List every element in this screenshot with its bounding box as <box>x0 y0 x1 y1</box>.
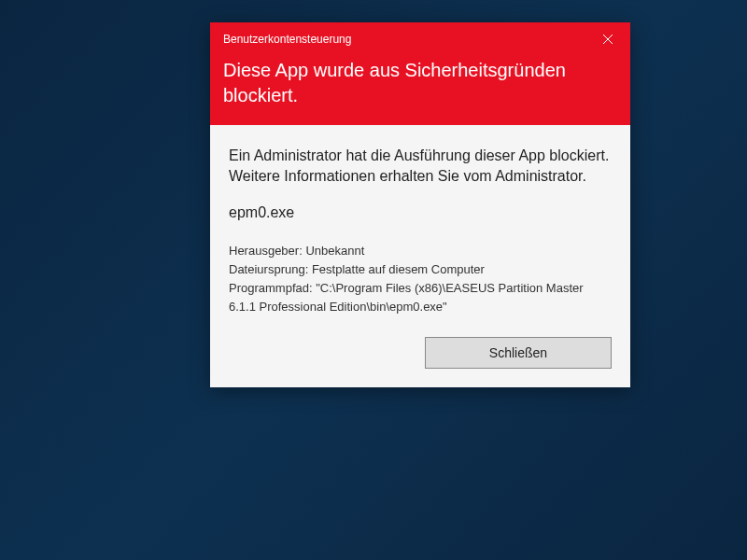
origin-value: Festplatte auf diesem Computer <box>312 262 485 276</box>
button-row: Schließen <box>229 337 612 369</box>
origin-label: Dateiursprung: <box>229 262 308 276</box>
publisher-value: Unbekannt <box>305 244 364 258</box>
close-icon[interactable] <box>599 30 617 49</box>
origin-row: Dateiursprung: Festplatte auf diesem Com… <box>229 260 612 279</box>
dialog-title: Benutzerkontensteuerung <box>223 33 351 46</box>
publisher-label: Herausgeber: <box>229 244 303 258</box>
dialog-header: Benutzerkontensteuerung Diese App wurde … <box>210 22 630 125</box>
close-button[interactable]: Schließen <box>425 337 612 369</box>
dialog-titlebar: Benutzerkontensteuerung <box>223 30 617 49</box>
uac-dialog: Benutzerkontensteuerung Diese App wurde … <box>210 22 630 387</box>
path-row: Programmpfad: "C:\Program Files (x86)\EA… <box>229 279 612 316</box>
filename-text: epm0.exe <box>229 204 612 221</box>
header-message: Diese App wurde aus Sicherheitsgründen b… <box>223 58 617 108</box>
publisher-row: Herausgeber: Unbekannt <box>229 242 612 260</box>
dialog-body: Ein Administrator hat die Ausführung die… <box>210 125 630 387</box>
explanation-text: Ein Administrator hat die Ausführung die… <box>229 146 612 188</box>
path-label: Programmpfad: <box>229 281 313 295</box>
details-block: Herausgeber: Unbekannt Dateiursprung: Fe… <box>229 242 612 317</box>
